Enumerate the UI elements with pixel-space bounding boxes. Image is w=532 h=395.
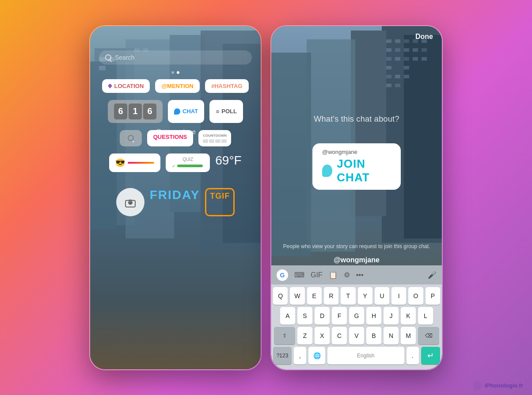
poll-sticker[interactable]: ≡ POLL [209,100,243,123]
keyboard: G ⌨ GIF 📋 ⚙ ••• 🎤 Q W E R T Y [271,265,442,369]
countdown-bar-4 [221,139,227,143]
keyboard-emoji-icon[interactable]: ⌨ [294,271,304,279]
key-j[interactable]: J [384,307,399,325]
join-chat-sticker[interactable]: @wongmjane JOIN ChAT [312,143,401,190]
key-e[interactable]: E [307,287,322,305]
watermark-bubble-icon [472,380,483,390]
dot-1 [171,71,174,74]
gif-button[interactable]: GIF [311,271,323,279]
key-t[interactable]: T [341,287,355,305]
quiz-bar [177,165,203,167]
questions-sticker[interactable]: QUESTIONS [147,130,194,146]
watermark: iPhonologie.fr [473,381,523,390]
enter-key[interactable]: ↵ [421,347,440,364]
clipboard-icon[interactable]: 📋 [329,271,338,279]
main-container: Search @wongmjane LOCATION @MENTION #HAS… [89,25,443,370]
done-button[interactable]: Done [415,33,433,41]
key-f[interactable]: F [332,307,347,325]
friday-sticker: FRIDAY [150,188,200,216]
key-n[interactable]: N [384,327,399,345]
svg-rect-17 [404,35,443,238]
search-sticker[interactable] [120,130,142,146]
join-chat-bubble-icon [322,165,332,177]
shift-key[interactable]: ⇧ [274,327,295,345]
chat-bubble-icon [174,108,180,115]
svg-rect-32 [395,75,400,78]
key-g[interactable]: G [349,307,364,325]
search-icon [105,54,111,61]
emoji-sticker[interactable]: 😎 [109,153,160,172]
key-c[interactable]: C [332,327,347,345]
timer-sticker[interactable]: 6 1 6 [108,100,163,123]
join-chat-username: @wongmjane [322,149,357,155]
keyboard-keys: Q W E R T Y U I O P A S D F G [271,284,442,369]
space-key[interactable]: English [327,347,404,364]
countdown-bar-2 [209,139,214,143]
key-u[interactable]: U [375,287,389,305]
key-w[interactable]: W [290,287,304,305]
hashtag-sticker[interactable]: #HASHTAG [205,79,249,93]
svg-rect-23 [404,39,409,43]
key-o[interactable]: O [408,287,423,305]
tgif-sticker: TGIF [205,188,235,216]
svg-rect-39 [413,48,418,52]
globe-key[interactable]: 🌐 [308,347,325,364]
key-a[interactable]: A [280,307,295,325]
right-phone: Done What's this chat about? @wongmjane … [270,25,443,370]
key-z[interactable]: Z [297,327,312,345]
key-q[interactable]: Q [273,287,288,305]
svg-rect-22 [395,39,400,43]
keys-row-3: ⇧ Z X C V B N M ⌫ [273,327,440,345]
emoji-slider [128,162,154,164]
timer-digit-3: 6 [143,104,156,119]
svg-rect-28 [395,57,400,61]
sticker-row-2: 6 1 6 CHAT ≡ POLL [99,100,252,123]
quiz-sticker[interactable]: QUIZ ✓ [166,153,210,172]
key-s[interactable]: S [297,307,312,325]
location-sticker[interactable]: LOCATION [102,79,150,93]
mic-icon[interactable]: 🎤 [428,271,437,279]
key-y[interactable]: Y [358,287,372,305]
key-b[interactable]: B [366,327,381,345]
period-key[interactable]: . [407,347,419,364]
key-k[interactable]: K [401,307,416,325]
timer-digit-1: 6 [114,104,127,119]
temp-sticker: 69°F [215,153,241,172]
numbers-key[interactable]: ?123 [273,347,292,364]
google-icon[interactable]: G [277,269,288,281]
key-m[interactable]: M [401,327,416,345]
key-l[interactable]: L [418,307,433,325]
location-label: LOCATION [114,83,144,89]
more-icon[interactable]: ••• [356,271,364,279]
people-description: People who view your story can request t… [271,243,442,250]
chat-sticker[interactable]: CHAT [168,100,204,123]
countdown-label: COUNTDOWN [203,134,227,138]
comma-key[interactable]: , [294,347,306,364]
mention-sticker[interactable]: @MENTION [155,79,200,93]
svg-rect-30 [404,57,409,61]
delete-key[interactable]: ⌫ [418,327,439,345]
key-p[interactable]: P [426,287,440,305]
keys-row-1: Q W E R T Y U I O P [273,287,440,305]
key-v[interactable]: V [349,327,364,345]
countdown-bar-1 [203,139,208,143]
hashtag-label: #HASHTAG [211,83,243,89]
camera-button[interactable] [116,188,144,216]
svg-rect-33 [404,66,409,69]
key-d[interactable]: D [315,307,330,325]
svg-rect-31 [386,75,391,78]
timer-digit-2: 1 [129,104,142,119]
svg-rect-29 [386,66,391,69]
key-r[interactable]: R [324,287,338,305]
key-x[interactable]: X [315,327,330,345]
svg-rect-9 [99,66,106,70]
key-i[interactable]: I [391,287,406,305]
keyboard-toolbar: G ⌨ GIF 📋 ⚙ ••• 🎤 [271,266,442,284]
svg-rect-27 [386,57,391,61]
countdown-sticker[interactable]: COUNTDOWN [198,130,231,146]
watermark-text: iPhonologie.fr [485,382,523,389]
mention-label: @MENTION [161,83,194,89]
settings-icon[interactable]: ⚙ [344,271,350,279]
search-bar[interactable]: Search [99,50,252,65]
key-h[interactable]: H [366,307,381,325]
